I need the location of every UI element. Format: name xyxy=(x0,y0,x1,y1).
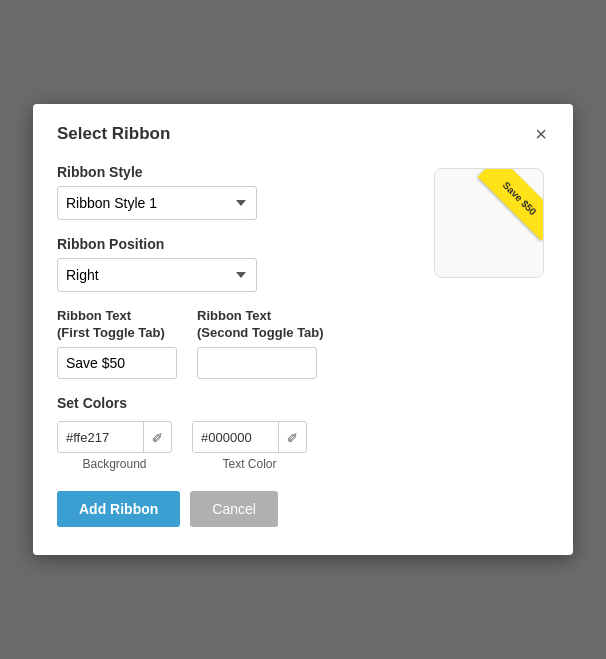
text-color-input[interactable] xyxy=(193,422,278,452)
set-colors-label: Set Colors xyxy=(57,395,413,411)
dialog: Select Ribbon × Ribbon Style Ribbon Styl… xyxy=(33,104,573,556)
cancel-button[interactable]: Cancel xyxy=(190,491,278,527)
text-color-eyedropper-button[interactable]: ✏ xyxy=(278,422,306,452)
background-eyedropper-button[interactable]: ✏ xyxy=(143,422,171,452)
text-color-input-row: ✏ xyxy=(192,421,307,453)
ribbon-text-first-group: Ribbon Text (First Toggle Tab) xyxy=(57,308,177,380)
ribbon-corner: Save $50 xyxy=(463,169,543,249)
ribbon-text-second-label: Ribbon Text (Second Toggle Tab) xyxy=(197,308,324,342)
background-color-input[interactable] xyxy=(58,422,143,452)
text-color-label: Text Color xyxy=(222,457,276,471)
ribbon-text-second-group: Ribbon Text (Second Toggle Tab) xyxy=(197,308,324,380)
ribbon-preview-panel: Save $50 xyxy=(429,164,549,528)
ribbon-band: Save $50 xyxy=(478,169,543,240)
modal-header: Select Ribbon × xyxy=(57,124,549,144)
background-color-group: ✏ Background xyxy=(57,421,172,471)
modal-overlay: Select Ribbon × Ribbon Style Ribbon Styl… xyxy=(0,0,606,659)
ribbon-style-group: Ribbon Style Ribbon Style 1 Ribbon Style… xyxy=(57,164,413,220)
text-color-group: ✏ Text Color xyxy=(192,421,307,471)
colors-row: ✏ Background ✏ Text Color xyxy=(57,421,413,471)
modal-title: Select Ribbon xyxy=(57,124,170,144)
eyedropper-icon-2: ✏ xyxy=(283,427,303,447)
ribbon-text-second-input[interactable] xyxy=(197,347,317,379)
ribbon-position-group: Ribbon Position Right Left Top Left Top … xyxy=(57,236,413,292)
background-color-label: Background xyxy=(82,457,146,471)
ribbon-preview-text: Save $50 xyxy=(501,179,539,217)
ribbon-position-select[interactable]: Right Left Top Left Top Right xyxy=(57,258,257,292)
ribbon-text-first-label: Ribbon Text (First Toggle Tab) xyxy=(57,308,177,342)
ribbon-style-label: Ribbon Style xyxy=(57,164,413,180)
eyedropper-icon: ✏ xyxy=(148,427,168,447)
background-color-input-row: ✏ xyxy=(57,421,172,453)
ribbon-text-first-input[interactable] xyxy=(57,347,177,379)
actions-row: Add Ribbon Cancel xyxy=(57,491,413,527)
add-ribbon-button[interactable]: Add Ribbon xyxy=(57,491,180,527)
close-button[interactable]: × xyxy=(533,124,549,144)
ribbon-position-label: Ribbon Position xyxy=(57,236,413,252)
ribbon-style-select[interactable]: Ribbon Style 1 Ribbon Style 2 Ribbon Sty… xyxy=(57,186,257,220)
ribbon-text-row: Ribbon Text (First Toggle Tab) Ribbon Te… xyxy=(57,308,413,380)
modal-left-panel: Ribbon Style Ribbon Style 1 Ribbon Style… xyxy=(57,164,413,528)
ribbon-preview-box: Save $50 xyxy=(434,168,544,278)
modal-body: Ribbon Style Ribbon Style 1 Ribbon Style… xyxy=(57,164,549,528)
